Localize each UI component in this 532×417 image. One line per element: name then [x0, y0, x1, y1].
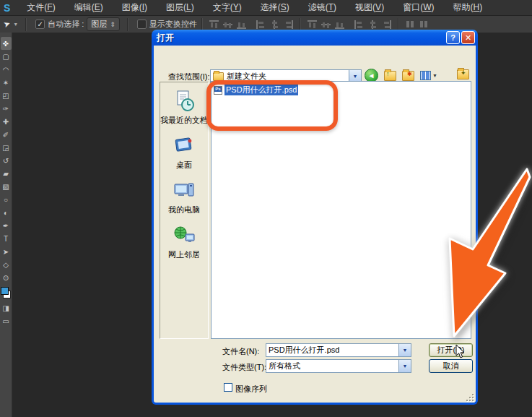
file-type-dropdown[interactable]: 所有格式 ▼ — [266, 359, 411, 373]
lasso-tool-icon[interactable]: ◠ — [1, 63, 12, 76]
dialog-title-bar[interactable]: 打开 ? ✕ — [152, 30, 478, 46]
menu-item-w[interactable]: 窗口(W) — [393, 2, 443, 12]
desktop-icon — [173, 134, 196, 159]
up-one-level-icon[interactable]: ↑ — [384, 71, 396, 81]
dist-left-icon[interactable] — [354, 20, 364, 29]
place-label: 我的电脑 — [168, 205, 200, 214]
menu-item-v[interactable]: 视图(V) — [346, 2, 393, 12]
recent-documents-icon — [173, 90, 196, 114]
menu-item-f[interactable]: 文件(F) — [17, 2, 64, 12]
open-button[interactable]: 打开(O) — [429, 343, 473, 357]
crop-tool-icon[interactable]: ◰ — [1, 89, 12, 102]
pen-tool-icon[interactable]: ✒ — [1, 219, 12, 232]
place-label: 网上邻居 — [168, 250, 200, 259]
auto-align-icon[interactable] — [406, 20, 415, 29]
spinner-icon: ⇕ — [110, 21, 115, 28]
move-tool-icon[interactable]: ➤ — [2, 19, 12, 30]
photoshop-logo: S — [0, 2, 17, 14]
eyedropper-tool-icon[interactable]: ✑ — [1, 102, 12, 115]
views-grid-icon — [420, 71, 431, 80]
menu-item-s[interactable]: 选择(S) — [251, 2, 299, 12]
path-select-tool-icon[interactable]: ➤ — [1, 245, 12, 258]
blur-tool-icon[interactable]: ○ — [1, 193, 12, 206]
views-menu-icon[interactable]: ▼ — [420, 71, 437, 80]
help-button[interactable]: ? — [446, 31, 460, 44]
favorites-folder-icon[interactable]: ✦ — [457, 69, 469, 79]
dist-hcenter-icon[interactable] — [368, 20, 378, 29]
gradient-tool-icon[interactable]: ▧ — [1, 180, 12, 193]
auto-blend-icon[interactable] — [419, 20, 429, 29]
menu-item-t[interactable]: 滤镜(T) — [299, 2, 346, 12]
place-label: 我最近的文档 — [160, 116, 208, 124]
photoshop-window: S 文件(F)编辑(E)图像(I)图层(L)文字(Y)选择(S)滤镜(T)视图(… — [0, 0, 532, 417]
color-swatches[interactable] — [1, 287, 11, 298]
align-right-icon[interactable] — [284, 20, 293, 29]
cancel-button[interactable]: 取消 — [429, 359, 473, 373]
place-my-computer[interactable]: 我的电脑 — [160, 179, 208, 214]
image-sequence-label: 图像序列 — [235, 384, 267, 395]
brush-tool-icon[interactable]: ✐ — [1, 128, 12, 141]
align-left-icon[interactable] — [256, 20, 266, 29]
layer-select-dropdown[interactable]: 图层 ⇕ — [87, 17, 120, 31]
sparkle-glyph: ✱ — [407, 71, 412, 77]
auto-select-label: 自动选择 : — [48, 19, 84, 30]
my-computer-icon — [173, 179, 196, 204]
dist-top-icon[interactable] — [308, 20, 317, 29]
menu-item-h[interactable]: 帮助(H) — [443, 2, 492, 12]
menu-item-i[interactable]: 图像(I) — [113, 2, 157, 12]
place-recent-documents[interactable]: 我最近的文档 — [160, 90, 208, 124]
place-label: 桌面 — [176, 160, 192, 169]
clone-stamp-tool-icon[interactable]: ◲ — [1, 141, 12, 154]
eraser-tool-icon[interactable]: ▰ — [1, 167, 12, 180]
place-network-places[interactable]: 网上邻居 — [160, 224, 208, 259]
close-button[interactable]: ✕ — [461, 31, 475, 44]
foreground-color-swatch[interactable] — [1, 287, 9, 295]
menu-item-y[interactable]: 文字(Y) — [204, 2, 251, 12]
history-brush-tool-icon[interactable]: ↺ — [1, 154, 12, 167]
align-bottom-icon[interactable] — [237, 20, 246, 29]
move-tool-icon[interactable]: ✜ — [1, 37, 12, 50]
separator — [300, 18, 301, 31]
tool-preset-arrow-icon[interactable]: ▼ — [13, 22, 18, 27]
marquee-tool-icon[interactable]: ▢ — [1, 50, 12, 63]
dropdown-arrow-icon[interactable]: ▼ — [398, 344, 411, 356]
image-sequence-checkbox[interactable] — [224, 383, 232, 392]
align-top-icon[interactable] — [209, 20, 219, 29]
annotation-highlight-rect — [206, 80, 338, 131]
zoom-tool-icon[interactable]: ⊙ — [1, 271, 12, 284]
menu-bar: S 文件(F)编辑(E)图像(I)图层(L)文字(Y)选择(S)滤镜(T)视图(… — [0, 0, 532, 16]
folder-icon — [213, 72, 224, 81]
dodge-tool-icon[interactable]: ◐ — [1, 206, 12, 219]
auto-select-checkbox[interactable]: ✓ — [35, 20, 45, 29]
screen-mode-icon[interactable]: ▭ — [1, 314, 12, 327]
network-places-icon — [173, 224, 196, 249]
dist-vcenter-icon[interactable] — [321, 20, 331, 29]
shape-tool-icon[interactable]: ◇ — [1, 258, 12, 271]
align-distribute-icons — [207, 18, 431, 31]
favorites-glyph: ✦ — [461, 69, 466, 77]
resize-grip[interactable] — [465, 392, 474, 401]
align-hcenter-icon[interactable] — [270, 20, 279, 29]
file-name-input[interactable]: PSD用什么打开.psd ▼ — [266, 343, 411, 357]
look-in-label: 查找范围(I): — [168, 72, 209, 82]
type-tool-icon[interactable]: T — [1, 232, 12, 245]
dist-right-icon[interactable] — [382, 20, 391, 29]
healing-brush-tool-icon[interactable]: ✚ — [1, 115, 12, 128]
new-folder-icon[interactable]: ✱ — [402, 71, 414, 81]
dialog-title: 打开 — [157, 32, 445, 44]
show-transform-checkbox[interactable] — [137, 20, 147, 29]
menu-item-l[interactable]: 图层(L) — [157, 2, 204, 12]
dropdown-arrow-icon[interactable]: ▼ — [398, 360, 411, 372]
layer-dropdown-value: 图层 — [91, 19, 107, 30]
place-desktop[interactable]: 桌面 — [160, 134, 208, 169]
quick-select-tool-icon[interactable]: ✶ — [1, 76, 12, 89]
separator — [25, 18, 27, 31]
quick-mask-icon[interactable]: ◨ — [1, 301, 12, 314]
file-name-value: PSD用什么打开.psd — [269, 345, 398, 356]
show-transform-label: 显示变换控件 — [149, 19, 197, 30]
align-vcenter-icon[interactable] — [223, 20, 232, 29]
separator — [201, 18, 203, 31]
menu-item-e[interactable]: 编辑(E) — [65, 2, 113, 12]
dist-bottom-icon[interactable] — [335, 20, 344, 29]
up-arrow-glyph: ↑ — [386, 70, 390, 77]
